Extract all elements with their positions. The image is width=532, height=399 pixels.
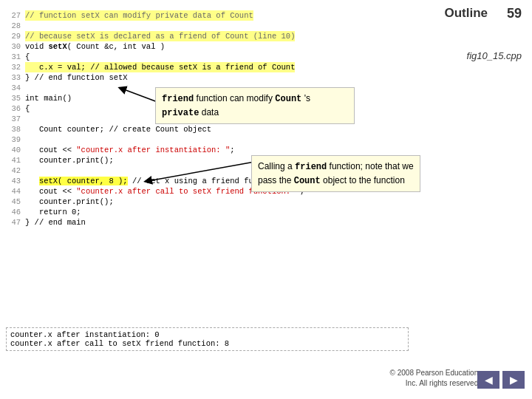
code-line-38: 38 Count counter; // create Count object bbox=[6, 124, 405, 134]
nav-forward-button[interactable]: ▶ bbox=[502, 371, 525, 389]
code-line-40: 40 cout << "counter.x after instantiatio… bbox=[6, 145, 405, 155]
calling-callout-text: Calling a friend function; note that wep… bbox=[258, 161, 414, 185]
friend-callout: friend function can modify Count 's priv… bbox=[155, 87, 355, 124]
calling-callout: Calling a friend function; note that wep… bbox=[251, 155, 420, 192]
copyright-line2: Inc. All rights reserved. bbox=[390, 378, 480, 389]
code-line-27: 27// function setX can modify private da… bbox=[6, 10, 405, 21]
page-number: 59 bbox=[507, 6, 522, 21]
fig-label: fig10_15.cpp bbox=[467, 50, 522, 61]
copyright-line1: © 2008 Pearson Education, bbox=[390, 368, 480, 378]
page-container: 59 Outline fig10_15.cpp 27// function se… bbox=[0, 0, 532, 399]
nav-back-button[interactable]: ◀ bbox=[477, 371, 499, 389]
output-line-2: counter.x after call to setX friend func… bbox=[10, 339, 404, 348]
code-line-30: 30void setX( Count &c, int val ) bbox=[6, 41, 405, 52]
outline-heading: Outline bbox=[444, 6, 488, 21]
copyright: © 2008 Pearson Education, Inc. All right… bbox=[390, 368, 480, 389]
code-line-31: 31{ bbox=[6, 52, 405, 62]
code-line-39: 39 bbox=[6, 134, 405, 145]
code-line-32: 32 c.x = val; // allowed because setX is… bbox=[6, 62, 405, 72]
nav-buttons: ◀ ▶ bbox=[477, 371, 525, 389]
code-line-47: 47} // end main bbox=[6, 217, 405, 228]
code-line-28: 28 bbox=[6, 21, 405, 31]
code-line-46: 46 return 0; bbox=[6, 207, 405, 217]
code-line-45: 45 counter.print(); bbox=[6, 197, 405, 207]
output-area: counter.x after instantiation: 0 counter… bbox=[6, 327, 409, 351]
friend-callout-text: friend function can modify Count 's priv… bbox=[162, 93, 310, 117]
code-line-33: 33} // end function setX bbox=[6, 72, 405, 83]
output-line-1: counter.x after instantiation: 0 bbox=[10, 330, 404, 339]
code-line-29: 29// because setX is declared as a frien… bbox=[6, 31, 405, 41]
